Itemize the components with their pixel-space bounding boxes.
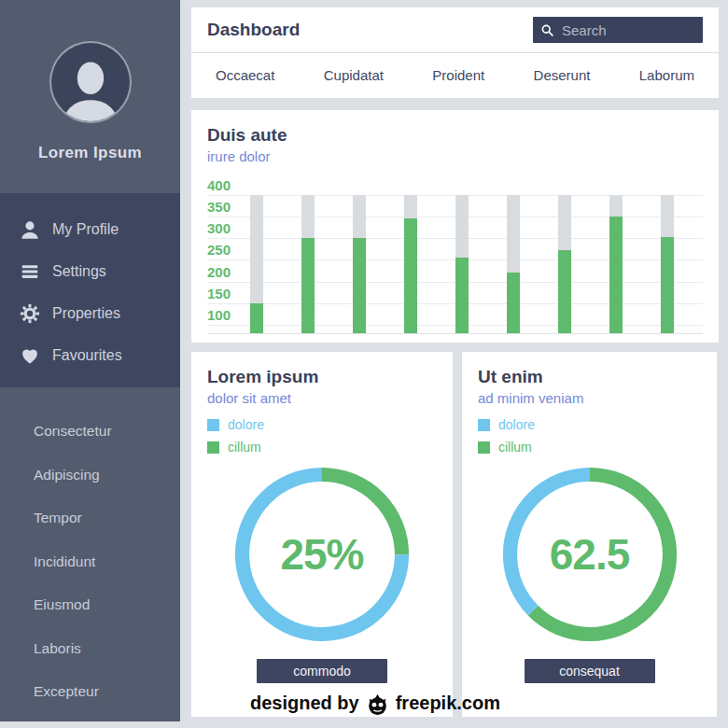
tab-proident[interactable]: Proident [432,67,484,83]
page-title: Dashboard [207,20,300,40]
sidebar-menu: My ProfileSettingsPropertiesFavourites [0,193,180,387]
y-tick-label: 300 [207,220,231,238]
legend-item-cillum: cillum [478,440,701,455]
sidebar-link-laboris[interactable]: Laboris [0,627,180,671]
bar [353,238,366,333]
legend-swatch [478,419,490,431]
tab-occaecat[interactable]: Occaecat [216,67,274,83]
sidebar-item-settings[interactable]: Settings [0,250,180,292]
sidebar-profile-section: Lorem Ipsum [0,0,180,193]
donut-subtitle: dolor sit amet [207,390,437,406]
donut-legend: dolorecillum [478,417,701,455]
search-box[interactable] [533,17,703,43]
donut-card-utenim: Ut enim ad minim veniam dolorecillum 62.… [462,352,717,717]
legend-label: dolore [498,417,535,432]
donut-subtitle: ad minim veniam [478,390,701,406]
sidebar-item-label: My Profile [52,221,119,238]
tab-bar: OccaecatCupidatatProidentDeseruntLaborum [191,53,719,97]
credit-text: designed by [250,693,359,714]
donut-center-value: 62.5 [501,466,679,643]
legend-item-cillum: cillum [207,440,437,455]
bar-track [353,195,366,333]
bar [404,218,417,333]
sidebar-link-eiusmod[interactable]: Eiusmod [0,583,180,627]
heart-icon [20,345,40,366]
sidebar-item-properties[interactable]: Properties [0,292,180,334]
sidebar: Lorem Ipsum My ProfileSettingsProperties… [0,0,180,721]
sidebar-links: ConsecteturAdipiscingTemporIncididuntEiu… [0,387,180,721]
donut-legend: dolorecillum [207,417,437,455]
bar-chart-plot: 400350300250200150100 [207,195,703,333]
dashboard-app: Lorem Ipsum My ProfileSettingsProperties… [0,0,728,728]
donut-center-value: 25% [233,466,411,643]
search-input[interactable] [562,22,693,38]
menu-icon [20,261,40,282]
bar-chart-title: Duis aute [207,125,703,146]
y-tick-label: 250 [207,242,231,259]
bar-track [661,195,674,333]
axis-baseline [207,333,703,334]
legend-swatch [207,419,219,431]
bar-track [507,195,520,333]
commodo-button[interactable]: commodo [257,659,387,683]
bar-track [455,195,469,333]
consequat-button[interactable]: consequat [525,659,655,683]
y-tick-label: 150 [207,286,231,303]
bar [661,237,674,333]
donut-card-lorem: Lorem ipsum dolor sit amet dolorecillum … [191,352,453,717]
sidebar-link-tempor[interactable]: Tempor [0,497,180,540]
bar [558,250,571,333]
bar-track [404,195,417,333]
bar [507,273,520,333]
tab-laborum[interactable]: Laborum [639,67,694,83]
user-icon [20,219,40,240]
sidebar-item-label: Favourites [52,347,122,364]
header-card: Dashboard OccaecatCupidatatProidentDeser… [191,7,719,98]
legend-label: cillum [498,440,532,455]
bar [250,303,263,333]
user-silhouette-icon [56,52,125,121]
donut-chart: 25% [233,466,411,643]
footer-credit: designed by freepik.com [250,691,500,716]
sidebar-item-label: Settings [52,263,106,280]
tab-deserunt[interactable]: Deserunt [534,67,591,83]
sidebar-link-consectetur[interactable]: Consectetur [0,410,180,454]
sidebar-item-label: Properties [52,305,120,322]
search-icon [540,23,554,37]
freepik-logo-icon [365,691,390,716]
donut-chart: 62.5 [501,466,679,643]
bar [455,258,469,333]
y-tick-label: 400 [207,177,231,195]
bar [609,217,623,333]
bar-track [558,195,571,333]
avatar [49,41,132,123]
brand-text: freepik.com [396,693,500,714]
legend-item-dolore: dolore [478,417,701,432]
header-row: Dashboard [191,7,719,53]
legend-label: dolore [228,417,264,432]
bar-track [301,195,315,333]
bar-chart-card: Duis aute irure dolor 400350300250200150… [191,110,719,343]
donut-title: Ut enim [478,367,701,387]
bar-track [250,195,263,333]
y-tick-label: 200 [207,264,231,282]
sidebar-link-excepteur[interactable]: Excepteur [0,670,180,714]
gear-icon [20,303,40,324]
y-tick-label: 350 [207,199,231,217]
legend-label: cillum [228,440,261,455]
donut-title: Lorem ipsum [207,367,437,387]
bar-chart-subtitle: irure dolor [207,148,703,164]
y-tick-label: 100 [207,307,231,325]
sidebar-item-favourites[interactable]: Favourites [0,334,180,376]
bar-track [609,195,623,333]
bar [301,238,315,333]
legend-item-dolore: dolore [207,417,437,432]
tab-cupidatat[interactable]: Cupidatat [324,67,384,83]
sidebar-link-incididunt[interactable]: Incididunt [0,540,180,584]
sidebar-item-my-profile[interactable]: My Profile [0,208,180,250]
legend-swatch [207,441,219,454]
sidebar-link-adipiscing[interactable]: Adipiscing [0,454,180,497]
legend-swatch [478,441,490,454]
user-name: Lorem Ipsum [38,144,142,162]
